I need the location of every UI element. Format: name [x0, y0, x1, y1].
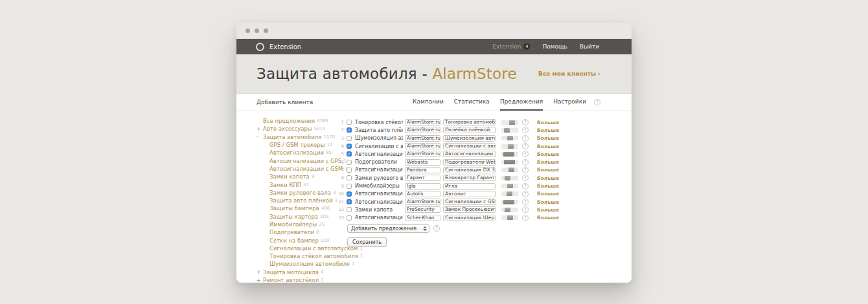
title-field[interactable]: Шумоизоляция автомоби: [443, 135, 496, 142]
bid-slider[interactable]: [501, 168, 518, 172]
brand-field[interactable]: AlarmStore.ru: [405, 135, 440, 142]
title-field[interactable]: Автосигнализации с GPS: [443, 151, 496, 157]
title-field[interactable]: Игла: [443, 183, 496, 190]
sidebar-category-link[interactable]: Автосигнализации с GSM: [269, 166, 343, 172]
sidebar-category-link[interactable]: Автосигнализации: [269, 149, 324, 156]
sidebar-category-link[interactable]: GPS / GSM трекеры: [269, 142, 325, 148]
offer-checkbox[interactable]: [347, 160, 352, 165]
brand-field[interactable]: Igla: [405, 183, 440, 190]
window-dot-icon[interactable]: [264, 28, 268, 33]
brand-field[interactable]: AlarmStore.ru: [405, 119, 440, 125]
sidebar-category-link[interactable]: Подогреватели: [269, 229, 314, 235]
brand-field[interactable]: Scher-Khan: [405, 215, 440, 221]
help-icon[interactable]: ?: [433, 225, 440, 232]
offer-checkbox[interactable]: ✓: [347, 199, 352, 204]
slider-thumb[interactable]: [503, 152, 514, 157]
help-link[interactable]: Помощь: [542, 43, 567, 50]
window-dot-icon[interactable]: [246, 28, 250, 33]
bid-slider[interactable]: [501, 176, 518, 180]
more-link[interactable]: Больше: [537, 120, 559, 125]
bid-slider[interactable]: [501, 152, 518, 157]
bid-slider[interactable]: [501, 184, 518, 188]
more-link[interactable]: Больше: [537, 183, 559, 189]
sidebar-category-link[interactable]: Иммобилайзеры: [269, 221, 317, 228]
help-icon[interactable]: ?: [522, 183, 529, 190]
collapse-icon[interactable]: -: [257, 133, 258, 141]
sidebar-category-link[interactable]: Авто аксессуары: [263, 125, 312, 132]
offer-checkbox[interactable]: [347, 175, 352, 180]
slider-thumb[interactable]: [507, 184, 513, 188]
brand-field[interactable]: ProSecurity: [405, 206, 440, 213]
title-field[interactable]: Автолис: [443, 191, 496, 197]
all-clients-link[interactable]: Все мои клиенты ›: [538, 71, 600, 77]
title-field[interactable]: Подогреватели Webasto: [443, 159, 496, 166]
sidebar-category-link[interactable]: Замки рулевого вала: [269, 190, 331, 196]
save-button[interactable]: Сохранить: [347, 237, 387, 247]
slider-thumb[interactable]: [509, 120, 515, 125]
brand-field[interactable]: AlarmStore.ru: [405, 151, 440, 157]
offer-checkbox[interactable]: [347, 136, 352, 141]
sidebar-category-link[interactable]: Замки капота: [269, 173, 310, 180]
help-icon[interactable]: ?: [522, 191, 529, 197]
help-icon[interactable]: ?: [522, 127, 529, 133]
title-field[interactable]: Сигнализация DX 30: [443, 167, 496, 173]
more-link[interactable]: Больше: [537, 135, 559, 141]
offer-checkbox[interactable]: [347, 215, 352, 221]
expand-icon[interactable]: +: [257, 125, 261, 133]
sidebar-category-link[interactable]: Все предложения: [263, 118, 315, 124]
more-link[interactable]: Больше: [537, 159, 559, 165]
slider-thumb[interactable]: [503, 200, 514, 204]
help-icon[interactable]: ?: [522, 206, 529, 213]
window-dot-icon[interactable]: [255, 28, 259, 33]
sidebar-category-link[interactable]: Тонировка стёкол автомобиля: [269, 253, 358, 259]
sidebar-category-link[interactable]: Шумоизоляция автомобиля: [269, 261, 350, 267]
tab-Настройки[interactable]: Настройки: [553, 94, 586, 111]
nav-extension[interactable]: Extension4: [492, 43, 530, 50]
sidebar-category-link[interactable]: Замки КПП: [269, 182, 301, 188]
offer-checkbox[interactable]: [347, 184, 352, 189]
more-link[interactable]: Больше: [537, 191, 559, 197]
expand-icon[interactable]: +: [257, 276, 261, 283]
slider-thumb[interactable]: [504, 160, 515, 164]
help-icon[interactable]: ?: [522, 135, 529, 142]
slider-thumb[interactable]: [508, 144, 514, 149]
title-field[interactable]: Сигнализации с автозапу: [443, 143, 496, 149]
sidebar-category-link[interactable]: Защиты бампера: [269, 205, 319, 212]
brand-field[interactable]: AlarmStore.ru: [405, 199, 440, 205]
title-field[interactable]: Сигнализации с GSM: [443, 199, 496, 205]
more-link[interactable]: Больше: [537, 215, 559, 221]
bid-slider[interactable]: [501, 191, 518, 196]
title-field[interactable]: Оклейка плёнкой: [443, 127, 496, 133]
help-icon[interactable]: ?: [522, 215, 529, 221]
bid-slider[interactable]: [501, 215, 518, 220]
brand-field[interactable]: Autolis: [405, 191, 440, 197]
slider-thumb[interactable]: [507, 136, 513, 140]
help-icon[interactable]: ?: [522, 167, 529, 173]
more-link[interactable]: Больше: [537, 175, 559, 181]
help-icon[interactable]: ?: [522, 143, 529, 149]
sidebar-category-link[interactable]: Ремонт автостёкол: [263, 277, 319, 283]
help-icon[interactable]: ?: [522, 151, 529, 157]
help-icon[interactable]: ?: [522, 199, 529, 205]
help-icon[interactable]: ?: [522, 159, 529, 166]
offer-checkbox[interactable]: ✓: [347, 191, 352, 197]
slider-thumb[interactable]: [508, 168, 514, 172]
more-link[interactable]: Больше: [537, 207, 559, 213]
offer-checkbox[interactable]: ✓: [347, 127, 352, 133]
bid-slider[interactable]: [501, 120, 518, 125]
sidebar-category-link[interactable]: Защита авто плёнкой: [269, 197, 333, 204]
brand-field[interactable]: AlarmStore.ru: [405, 143, 440, 149]
bid-slider[interactable]: [501, 128, 518, 133]
sidebar-category-link[interactable]: Защиты картера: [269, 213, 318, 220]
brand-field[interactable]: AlarmStore.ru: [405, 127, 440, 133]
offer-checkbox[interactable]: [347, 168, 352, 173]
more-link[interactable]: Больше: [537, 167, 559, 173]
sidebar-category-link[interactable]: Автосигнализации с GPS: [269, 158, 341, 164]
sidebar-category-link[interactable]: Защита автомобиля: [263, 134, 321, 140]
more-link[interactable]: Больше: [537, 127, 559, 133]
add-offer-select[interactable]: Добавить предложение: [347, 224, 429, 233]
brand-field[interactable]: Pandora: [405, 167, 440, 173]
title-field[interactable]: Сигнализация Шерхан: [443, 215, 496, 221]
sidebar-category-link[interactable]: Защита мотоцикла: [263, 269, 319, 276]
brand-field[interactable]: Webasto: [405, 159, 440, 166]
